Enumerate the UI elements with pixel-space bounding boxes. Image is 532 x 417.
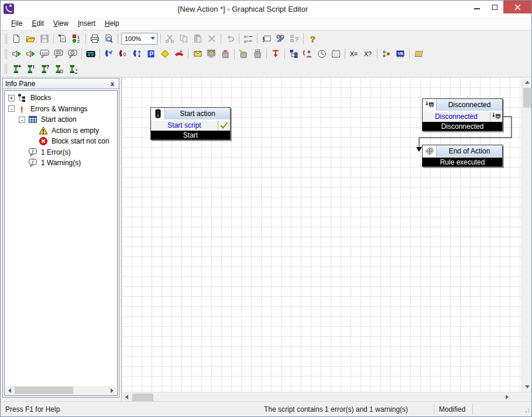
tree-item-errors-warnings[interactable]: -!Errors & Warnings (8, 104, 88, 114)
checkmark-icon[interactable] (218, 121, 230, 130)
menu-file[interactable]: File (6, 18, 27, 29)
help-icon[interactable]: ? (306, 32, 320, 45)
screen-pop-icon[interactable] (204, 47, 218, 60)
minimize-button[interactable] (468, 1, 486, 13)
date-check-icon[interactable] (329, 47, 343, 60)
menu-insert[interactable]: Insert (73, 18, 100, 29)
say-digits-icon[interactable] (52, 47, 66, 60)
scroll-left-icon[interactable] (122, 392, 132, 401)
svg-text:VB: VB (397, 52, 403, 56)
answer-call-icon[interactable] (102, 47, 116, 60)
tree-item-start-action[interactable]: -Start action (19, 114, 77, 125)
touch-tone-icon[interactable] (218, 47, 232, 60)
tree-item-1-error-s[interactable]: +i1 Error(s) (19, 147, 71, 158)
toolbar-separator (85, 33, 86, 44)
assign-variable-icon[interactable]: X= (347, 47, 361, 60)
record-icon[interactable] (84, 47, 98, 60)
block-plus-icon[interactable] (9, 63, 23, 76)
scroll-right-icon[interactable] (108, 386, 116, 395)
tree-item-1-warning-s[interactable]: +i1 Warning(s) (19, 158, 81, 168)
scrollbar-thumb[interactable] (523, 88, 531, 108)
script-canvas[interactable]: Start actionStart scriptStartDisconnecte… (122, 77, 522, 392)
decision-icon[interactable] (158, 47, 172, 60)
play-file-icon[interactable] (23, 47, 37, 60)
output-window-icon[interactable]: ! (259, 32, 273, 45)
menu-help[interactable]: Help (100, 18, 124, 29)
tree-item-action-is-empty[interactable]: +Action is empty (29, 125, 99, 136)
undo-icon (223, 32, 237, 45)
park-call-icon[interactable]: P (144, 47, 158, 60)
block-tree-icon[interactable] (287, 47, 301, 60)
block-start-action[interactable]: Start actionStart scriptStart (150, 107, 231, 140)
print-preview-icon[interactable] (102, 32, 116, 45)
options-tools-icon[interactable] (273, 32, 287, 45)
scroll-up-icon[interactable] (522, 77, 531, 87)
block-exclamation-icon[interactable]: ! (23, 63, 37, 76)
block-title: Disconnected (437, 99, 502, 111)
status-bar: Press F1 for Help The script contains 1 … (1, 401, 531, 416)
close-button[interactable] (503, 1, 531, 13)
block-footer: Rule executed (423, 158, 502, 166)
block-trash-icon[interactable] (52, 63, 66, 76)
scroll-left-icon[interactable] (5, 386, 14, 395)
svg-text:?: ? (46, 64, 49, 70)
block-question-icon[interactable]: ? (37, 63, 52, 76)
get-digits-icon[interactable] (236, 47, 250, 60)
block-end-of-action[interactable]: End of ActionRule executed (422, 145, 503, 167)
tree-item-label: 1 Warning(s) (41, 159, 81, 167)
block-header: End of Action (423, 145, 502, 158)
block-port-row[interactable]: Disconnected (423, 111, 502, 122)
toolbar-grip[interactable] (4, 64, 7, 74)
properties-icon[interactable] (56, 32, 70, 45)
block-port-row[interactable]: Start script (151, 120, 230, 131)
new-document-icon[interactable] (9, 32, 23, 45)
toolbar-grip[interactable] (4, 33, 7, 44)
expand-icon[interactable]: + (8, 95, 15, 101)
play-announcement-icon[interactable] (9, 47, 23, 60)
branch-workflow-icon[interactable] (379, 47, 393, 60)
call-route-icon[interactable] (130, 47, 144, 60)
combo-dropdown-icon[interactable] (149, 33, 157, 44)
scroll-right-icon[interactable] (502, 392, 512, 401)
say-time-icon[interactable] (66, 47, 80, 60)
note-icon[interactable] (411, 47, 425, 60)
menu-view[interactable]: View (49, 18, 73, 29)
toolbar-standard: 12100%x=y=!?? (1, 30, 531, 46)
renumber-blocks-icon[interactable]: 12 (70, 32, 84, 45)
tree-item-blocks[interactable]: +Blocks (8, 93, 51, 103)
dial-digit-icon[interactable]: 0 (116, 47, 130, 60)
menu-edit[interactable]: Edit (27, 18, 49, 29)
info-icon: i (28, 158, 38, 168)
svg-text:123: 123 (255, 49, 260, 52)
toolbar-grip[interactable] (4, 49, 7, 59)
info-pane-tree: +Blocks-!Errors & Warnings-Start action+… (4, 90, 118, 396)
send-email-icon[interactable] (190, 47, 204, 60)
maximize-button[interactable] (486, 1, 503, 13)
hangup-icon[interactable] (172, 47, 186, 60)
resize-grip[interactable] (523, 406, 530, 415)
error-icon (39, 136, 49, 146)
block-context-help-icon: ? (287, 32, 301, 45)
block-disconnected[interactable]: DisconnectedDisconnectedDisconnected (422, 98, 503, 131)
title-bar: [New Action *] - Graphical Script Editor (1, 1, 531, 17)
scrollbar-thumb[interactable] (132, 394, 153, 401)
time-check-icon[interactable] (315, 47, 329, 60)
evaluate-expression-icon[interactable]: X? (361, 47, 375, 60)
caller-info-icon[interactable]: ? (301, 47, 315, 60)
collapse-icon[interactable]: - (19, 117, 25, 123)
tree-item-block-start-not-con[interactable]: +Block start not con (29, 136, 109, 146)
disconnect-icon[interactable] (490, 112, 502, 121)
open-icon[interactable] (23, 32, 37, 45)
scrollbar-thumb[interactable] (15, 387, 73, 394)
variables-list-icon[interactable]: x=y= (241, 32, 255, 45)
scroll-down-icon[interactable] (522, 382, 531, 392)
zoom-combobox[interactable]: 100% (121, 33, 157, 45)
collapse-icon[interactable]: - (8, 105, 15, 112)
say-number-icon[interactable]: 123 (37, 47, 52, 60)
collect-digits-icon[interactable]: 123 (250, 47, 265, 60)
print-icon[interactable] (88, 32, 102, 45)
info-pane-close-icon[interactable]: x (108, 80, 116, 88)
block-arrow-icon[interactable] (66, 63, 80, 76)
vb-script-icon[interactable]: VB (393, 47, 407, 60)
transfer-call-icon[interactable] (269, 47, 283, 60)
